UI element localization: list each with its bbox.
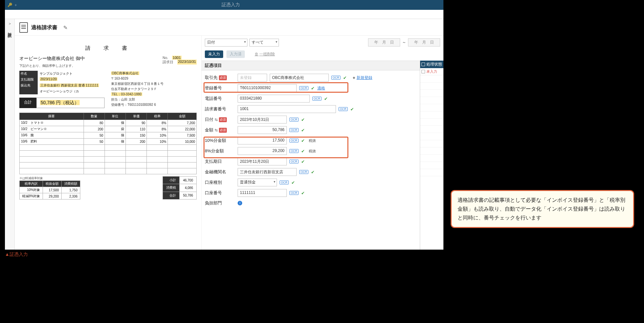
- select-all-checkbox[interactable]: [421, 63, 425, 66]
- new-partner-link[interactable]: 新規登録: [357, 75, 372, 80]
- company-person: 担当：山田 太郎: [111, 97, 164, 102]
- check-icon: ✔: [311, 170, 315, 175]
- lab-amount: 金額: [205, 127, 213, 133]
- company-reg: 登録番号：T6011101000392 6: [111, 102, 164, 107]
- side-tab[interactable]: ＞ 対象選択: [5, 19, 15, 250]
- inv-date-label: 請求日: [163, 60, 173, 65]
- scope-select[interactable]: すべて: [249, 39, 279, 47]
- partner-name-input[interactable]: OBC商事株式会社: [270, 74, 329, 82]
- amt8-input[interactable]: 29,200: [238, 147, 287, 155]
- lab-amt8: 8%分金額: [205, 148, 235, 154]
- swap-icon[interactable]: ⇆: [215, 118, 218, 122]
- lab-amt10: 10%分金額: [205, 138, 235, 143]
- ocr-badge: OCR: [299, 86, 308, 90]
- key-icon: 🔑: [8, 3, 12, 7]
- row-amount: 金額 ⇆ 必須 50,786 OCR ✔: [202, 125, 443, 135]
- toolbar-gap: [5, 10, 443, 19]
- total-value: 50,786 円（税込）: [40, 100, 80, 105]
- amt10-input[interactable]: 17,500: [238, 137, 287, 144]
- tel-input[interactable]: 0333421880: [238, 95, 310, 103]
- ocr-badge: OCR: [289, 149, 299, 153]
- k-empty: [19, 88, 38, 94]
- filter-bar: 日付 すべて 年 月 日 ～ 年 月 日: [202, 36, 443, 49]
- regno-status[interactable]: 適格: [317, 86, 325, 91]
- check-icon: ✔: [324, 96, 328, 101]
- document-icon: [19, 22, 28, 33]
- trash-icon: 🗑: [255, 52, 259, 56]
- row-partner: 取引先必須 未登録 OBC商事株式会社 OCR ✔ ＋新規登録: [202, 72, 443, 83]
- invoice-line-table: 摘要数量単位単価税率金額 10/2 トマト※80個908%7,20010/2 ピ…: [19, 113, 197, 174]
- partner-code-input[interactable]: 未登録: [238, 74, 267, 82]
- row-invno: 請求書番号 1001 OCR ✔: [202, 104, 443, 114]
- check-icon: ✔: [350, 107, 354, 112]
- bulk-delete-link[interactable]: 🗑一括削除: [255, 51, 275, 57]
- add-tab-icon[interactable]: ＋: [14, 2, 18, 8]
- check-icon: ✔: [301, 128, 305, 133]
- required-badge: 必須: [219, 128, 227, 133]
- company-addr1: 東京都新宿区西新宿６丁目８番１号: [111, 81, 164, 86]
- figure-caption: ▲証憑入力: [5, 252, 28, 257]
- date-to[interactable]: 年 月 日: [408, 38, 440, 47]
- inv-date: 2023/10/31: [177, 60, 197, 65]
- regno-input[interactable]: T6011101000392: [238, 84, 297, 92]
- info-icon[interactable]: i: [238, 201, 242, 205]
- row-amt10: 10%分金額 17,500 OCR ✔ 税抜: [202, 135, 443, 146]
- acct-type-select[interactable]: 普通預金: [238, 179, 277, 186]
- ocr-badge: OCR: [280, 180, 289, 184]
- ocr-badge: OCR: [299, 170, 308, 174]
- ocr-badge: OCR: [339, 107, 348, 111]
- lab-acct-type: 口座種別: [205, 180, 235, 185]
- doc-type-title: 適格請求書: [31, 24, 57, 31]
- lab-bank: 金融機関名: [205, 169, 235, 175]
- ocr-badge: OCR: [312, 97, 322, 101]
- amount-input[interactable]: 50,786: [238, 126, 287, 134]
- v-due: 2023/11/20: [40, 77, 57, 81]
- v-payee: オービーシーショウジ（カ: [38, 88, 81, 94]
- status-col-header: 処理状態: [420, 61, 443, 68]
- date-input[interactable]: 2023年10月31日: [238, 116, 287, 124]
- invno-input[interactable]: 1001: [238, 105, 336, 113]
- row-acct-no: 口座番号 1111111 OCR ✔: [202, 188, 443, 198]
- v-subject: サンプルプロジェクト: [38, 71, 74, 77]
- total-label: 合計: [19, 98, 36, 108]
- tab-done[interactable]: 入力済: [226, 50, 245, 58]
- status-filter-bar: 未入力 入力済 🗑一括削除: [202, 49, 443, 61]
- lab-acct-no: 口座番号: [205, 190, 235, 196]
- check-icon: ✔: [311, 86, 315, 91]
- explanation-callout: 適格請求書の記載事項として必要な「インボイス登録番号」と「税率別金額」も読み取り…: [451, 190, 634, 228]
- swap-icon[interactable]: ⇆: [215, 128, 218, 132]
- ocr-badge: OCR: [289, 160, 299, 163]
- subtotal-table: 小計46,700 消費税4,086 合計50,786: [163, 176, 197, 200]
- edit-icon[interactable]: ✎: [63, 25, 68, 31]
- bank-input[interactable]: 三井住友銀行西新宿支店: [238, 168, 297, 176]
- main-header: 適格請求書 ✎: [15, 19, 443, 36]
- issuer-block: OBC商事株式会社 〒163-6029 東京都新宿区西新宿６丁目８番１号 住友不…: [111, 71, 164, 108]
- company-addr2: 住友不動産オークタワー２９Ｆ: [111, 86, 164, 92]
- lab-tel: 電話番号: [205, 96, 235, 102]
- row-acct-type: 口座種別 普通預金 OCR ✔: [202, 177, 443, 188]
- tab-pending[interactable]: 未入力: [205, 50, 223, 58]
- company-zip: 〒163-6029: [111, 76, 164, 81]
- tax-breakdown-table: 税率内訳税抜金額消費税額 10%対象17,5001,750 軽減8%対象29,2…: [19, 180, 80, 200]
- status-column: 処理状態 未入力: [420, 61, 443, 250]
- check-icon: ✔: [343, 75, 347, 80]
- required-badge: 必須: [219, 117, 227, 122]
- due-input[interactable]: 2023年11月20日: [238, 158, 287, 165]
- ocr-badge: OCR: [289, 191, 299, 195]
- side-tab-label: 対象選択: [7, 28, 13, 31]
- acct-no-input[interactable]: 1111111: [238, 189, 287, 197]
- check-icon: ✔: [301, 191, 305, 196]
- check-icon: ✔: [301, 149, 305, 154]
- company-tel: TEL：03-3342-1880: [111, 92, 142, 96]
- amt8-ext: 税抜: [309, 149, 316, 154]
- amt10-ext: 税抜: [309, 138, 316, 143]
- invoice-preview: 請 求 書 オービーシー物産株式会社 御中 下記のとおり、御請求申し上げます。 …: [15, 36, 202, 250]
- section-title: 証憑項目: [202, 61, 443, 70]
- foot-note: ※は軽減税率対象: [19, 176, 80, 180]
- row-amt8: 8%分金額 29,200 OCR ✔ 税抜: [202, 146, 443, 156]
- chevron-icon[interactable]: ＞: [8, 21, 12, 27]
- date-from[interactable]: 年 月 日: [368, 38, 400, 47]
- lab-regno: 登録番号: [205, 85, 235, 91]
- date-kind-select[interactable]: 日付: [205, 39, 247, 47]
- row-checkbox[interactable]: [421, 70, 425, 73]
